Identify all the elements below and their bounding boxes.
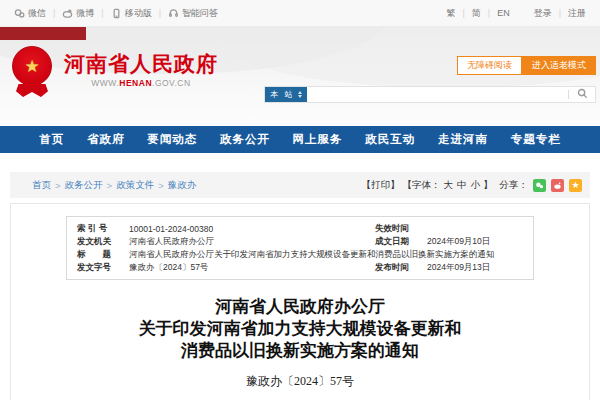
document-title-line2: 关于印发河南省加力支持大规模设备更新和 (11, 318, 589, 340)
nav-item-interaction[interactable]: 政民互动 (365, 132, 415, 147)
table-row: 发文机关 河南省人民政府办公厅 成文日期 2024年09月10日 (77, 235, 523, 248)
issuing-agency-label: 发文机关 (77, 236, 129, 248)
document-title-line3: 消费品以旧换新实施方案的通知 (11, 340, 589, 362)
nav-item-about-henan[interactable]: 走进河南 (438, 132, 488, 147)
weibo-share-icon[interactable] (551, 179, 564, 192)
utility-separator: | (488, 8, 490, 18)
lang-simplified[interactable]: 简 (472, 7, 481, 20)
smart-qa-label: 智能问答 (182, 7, 218, 20)
breadcrumb-separator: > (55, 180, 61, 191)
register-link[interactable]: 注册 (568, 7, 586, 20)
wechat-icon (14, 8, 25, 19)
search-input[interactable] (307, 87, 568, 102)
main-navigation: 首页 省政府 要闻动态 政务公开 网上服务 政民互动 走进河南 专题专栏 (0, 126, 600, 153)
table-row: 发文字号 豫政办〔2024〕57号 发布时间 2024年09月13日 (77, 261, 523, 274)
font-size-small[interactable]: 小 (471, 179, 481, 192)
select-arrows-icon (298, 91, 302, 98)
utility-separator: | (559, 8, 561, 18)
header-right-panel: 无障碍阅读 进入适老模式 本 站 (264, 56, 596, 103)
headset-icon (168, 8, 179, 19)
breadcrumb-separator: > (158, 180, 164, 191)
font-size-large[interactable]: 大 (444, 179, 454, 192)
index-number-value: 10001-01-2024-00380 (129, 224, 375, 234)
lang-english[interactable]: EN (497, 8, 510, 18)
nav-item-provincial-government[interactable]: 省政府 (87, 132, 125, 147)
title-label: 标 题 (77, 249, 129, 261)
breadcrumb-government-affairs[interactable]: 政务公开 (65, 179, 103, 192)
weibo-link[interactable]: 微博 (62, 7, 94, 20)
site-header: ★ 河南省人民政府 WWW.HENAN.GOV.CN 无障碍阅读 进入适老模式 … (0, 27, 600, 126)
wechat-link[interactable]: 微信 (14, 7, 46, 20)
search-scope-label: 本 站 (270, 89, 294, 100)
breadcrumb-yuzhengban[interactable]: 豫政办 (168, 179, 197, 192)
breadcrumb-home[interactable]: 首页 (32, 179, 51, 192)
print-button[interactable]: 【打印】 (362, 179, 400, 192)
login-link[interactable]: 登录 (534, 7, 552, 20)
site-title: 河南省人民政府 (64, 53, 218, 75)
table-row: 索 引 号 10001-01-2024-00380 失效时间 (77, 222, 523, 235)
site-title-block: 河南省人民政府 WWW.HENAN.GOV.CN (64, 46, 218, 97)
page-tools: 【打印】 【字体： 大 中 小 】 分享： ★ (362, 179, 583, 192)
utility-separator: | (53, 8, 55, 18)
utility-separator: | (101, 8, 103, 18)
nav-item-special-topics[interactable]: 专题专栏 (511, 132, 561, 147)
font-size-suffix: 】 (483, 179, 493, 192)
document-reference-number: 豫政办〔2024〕57号 (11, 373, 589, 390)
search-button[interactable] (569, 87, 595, 102)
share-label: 分享： (500, 179, 529, 192)
breadcrumb: 首页 > 政务公开 > 政策文件 > 豫政办 (32, 179, 196, 192)
elder-mode-button[interactable]: 进入适老模式 (522, 56, 596, 75)
breadcrumb-bar: 首页 > 政务公开 > 政策文件 > 豫政办 【打印】 【字体： 大 中 小 】… (10, 172, 590, 198)
table-row: 标 题 河南省人民政府办公厅关于印发河南省加力支持大规模设备更新和消费品以旧换新… (77, 248, 523, 261)
lang-traditional[interactable]: 繁 (446, 7, 455, 20)
title-value: 河南省人民政府办公厅关于印发河南省加力支持大规模设备更新和消费品以旧换新实施方案… (129, 249, 523, 261)
utility-bar: 微信 | 微博 | 移动版 | 智能问答 繁 | 简 | EN (0, 0, 600, 27)
font-size-medium[interactable]: 中 (457, 179, 467, 192)
index-number-label: 索 引 号 (77, 223, 129, 235)
nav-item-government-affairs[interactable]: 政务公开 (220, 132, 270, 147)
mobile-phone-icon (111, 8, 122, 19)
publish-time-value: 2024年09月13日 (427, 262, 523, 274)
utility-right-group: 繁 | 简 | EN 登录 | 注册 (446, 7, 586, 20)
weibo-label: 微博 (76, 7, 94, 20)
site-url-prefix: WWW. (91, 78, 119, 88)
site-url-suffix: .GOV.CN (152, 78, 191, 88)
site-logo[interactable]: ★ 河南省人民政府 WWW.HENAN.GOV.CN (10, 46, 218, 97)
document-number-value: 豫政办〔2024〕57号 (129, 262, 375, 274)
publish-time-label: 发布时间 (375, 262, 427, 274)
favorite-star-icon[interactable]: ★ (569, 179, 582, 192)
document-title-line1: 河南省人民政府办公厅 (11, 296, 589, 318)
utility-left-group: 微信 | 微博 | 移动版 | 智能问答 (14, 7, 218, 20)
document-info-table: 索 引 号 10001-01-2024-00380 失效时间 发文机关 河南省人… (66, 216, 534, 280)
expiry-time-label: 失效时间 (375, 223, 427, 235)
smart-qa-link[interactable]: 智能问答 (168, 7, 218, 20)
wechat-label: 微信 (28, 7, 46, 20)
utility-separator: | (462, 8, 464, 18)
red-banner-strip (0, 27, 86, 40)
weibo-icon (62, 8, 73, 19)
nav-item-home[interactable]: 首页 (39, 132, 64, 147)
written-date-value: 2024年09月10日 (427, 236, 523, 248)
site-url: WWW.HENAN.GOV.CN (64, 78, 218, 88)
mobile-version-label: 移动版 (125, 7, 152, 20)
search-icon (577, 87, 588, 102)
nav-item-news[interactable]: 要闻动态 (147, 132, 197, 147)
mobile-version-link[interactable]: 移动版 (111, 7, 152, 20)
font-size-prefix: 【字体： (403, 179, 441, 192)
document-number-label: 发文字号 (77, 262, 129, 274)
main-area: 首页 > 政务公开 > 政策文件 > 豫政办 【打印】 【字体： 大 中 小 】… (0, 172, 600, 400)
breadcrumb-separator: > (107, 180, 113, 191)
utility-separator: | (159, 8, 161, 18)
accessibility-reading-button[interactable]: 无障碍阅读 (457, 56, 522, 75)
issuing-agency-value: 河南省人民政府办公厅 (129, 236, 375, 248)
search-scope-select[interactable]: 本 站 (265, 87, 307, 102)
national-emblem-icon: ★ (10, 46, 54, 97)
search-bar: 本 站 (264, 86, 596, 103)
font-size-controls: 大 中 小 (444, 179, 481, 192)
nav-item-online-services[interactable]: 网上服务 (293, 132, 343, 147)
breadcrumb-policy-documents[interactable]: 政策文件 (116, 179, 154, 192)
document-title: 河南省人民政府办公厅 关于印发河南省加力支持大规模设备更新和 消费品以旧换新实施… (11, 296, 589, 362)
written-date-label: 成文日期 (375, 236, 427, 248)
site-url-highlight: HENAN (119, 78, 152, 88)
wechat-share-icon[interactable] (533, 179, 546, 192)
